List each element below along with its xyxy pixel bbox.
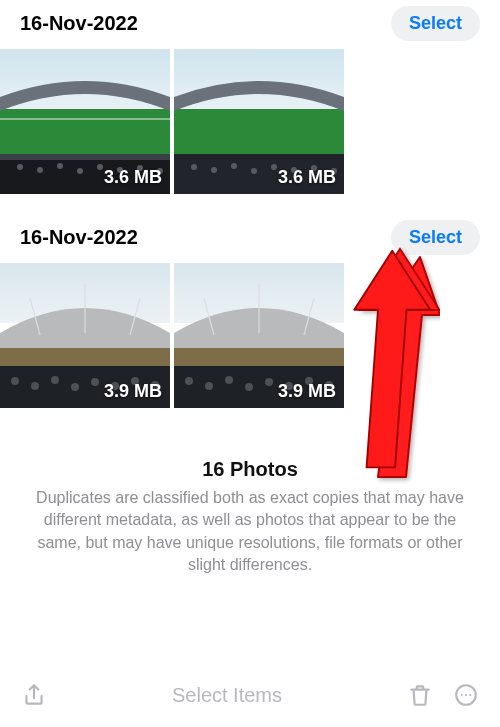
photo-thumbnail[interactable]: 3.6 MB [0, 49, 170, 194]
svg-point-55 [469, 694, 471, 696]
group-header: 16-Nov-2022 Select [0, 0, 500, 49]
bottom-toolbar: Select Items [0, 663, 500, 727]
svg-rect-14 [174, 109, 344, 154]
svg-point-42 [205, 382, 213, 390]
svg-point-18 [231, 163, 237, 169]
trash-icon[interactable] [406, 681, 434, 709]
group-header: 16-Nov-2022 Select [0, 214, 500, 263]
svg-point-8 [77, 168, 83, 174]
svg-rect-25 [0, 348, 170, 366]
summary-title: 16 Photos [20, 458, 480, 481]
svg-point-31 [91, 378, 99, 386]
group-date: 16-Nov-2022 [20, 226, 138, 249]
svg-point-41 [185, 377, 193, 385]
select-items-button[interactable]: Select Items [172, 684, 282, 707]
svg-point-5 [17, 164, 23, 170]
svg-rect-39 [174, 348, 344, 366]
photo-size-label: 3.9 MB [104, 381, 162, 402]
svg-point-19 [251, 168, 257, 174]
svg-point-6 [37, 167, 43, 173]
summary-block: 16 Photos Duplicates are classified both… [0, 428, 500, 577]
svg-point-16 [191, 164, 197, 170]
photo-row: 3.9 MB 3.9 MB [0, 263, 500, 408]
select-button[interactable]: Select [391, 6, 480, 41]
svg-rect-3 [0, 154, 170, 160]
photo-size-label: 3.6 MB [278, 167, 336, 188]
svg-point-30 [71, 383, 79, 391]
svg-rect-1 [0, 109, 170, 154]
svg-point-29 [51, 376, 59, 384]
share-icon[interactable] [20, 681, 48, 709]
photo-thumbnail[interactable]: 3.9 MB [174, 263, 344, 408]
photo-thumbnail[interactable]: 3.9 MB [0, 263, 170, 408]
svg-point-44 [245, 383, 253, 391]
photo-size-label: 3.9 MB [278, 381, 336, 402]
svg-point-43 [225, 376, 233, 384]
photo-row: 3.6 MB 3.6 MB [0, 49, 500, 194]
svg-point-17 [211, 167, 217, 173]
svg-point-27 [11, 377, 19, 385]
svg-point-9 [97, 164, 103, 170]
photo-size-label: 3.6 MB [104, 167, 162, 188]
svg-point-7 [57, 163, 63, 169]
duplicate-group: 16-Nov-2022 Select [0, 214, 500, 408]
select-button[interactable]: Select [391, 220, 480, 255]
svg-point-45 [265, 378, 273, 386]
duplicate-group: 16-Nov-2022 Select [0, 0, 500, 194]
svg-point-20 [271, 164, 277, 170]
summary-description: Duplicates are classified both as exact … [20, 487, 480, 577]
svg-point-53 [461, 694, 463, 696]
svg-point-54 [465, 694, 467, 696]
svg-point-28 [31, 382, 39, 390]
group-date: 16-Nov-2022 [20, 12, 138, 35]
more-icon[interactable] [452, 681, 480, 709]
photo-thumbnail[interactable]: 3.6 MB [174, 49, 344, 194]
